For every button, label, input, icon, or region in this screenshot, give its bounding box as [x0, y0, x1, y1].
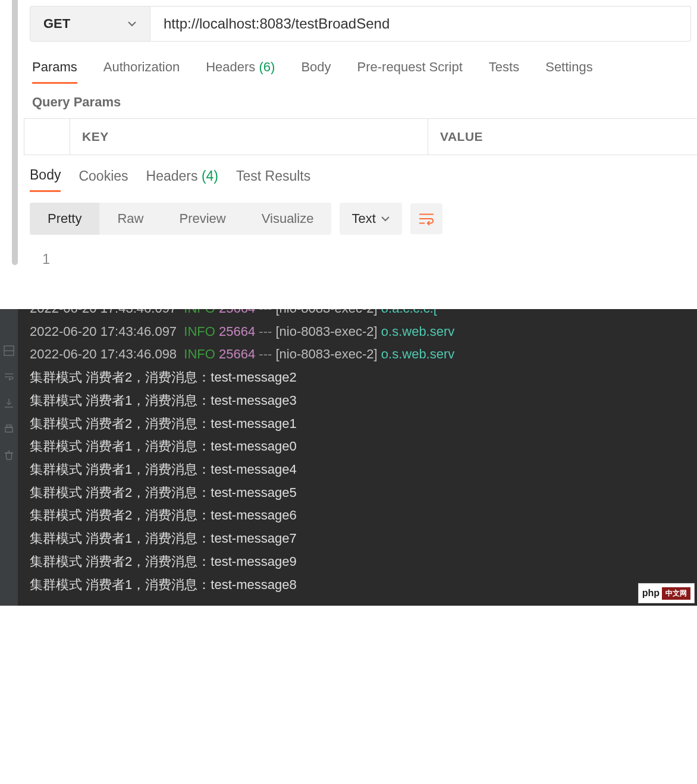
headers-count: (6) [259, 59, 275, 74]
log-line: 集群模式 消费者2，消费消息：test-message2 [30, 366, 697, 389]
view-preview[interactable]: Preview [161, 203, 243, 235]
url-input[interactable]: http://localhost:8083/testBroadSend [150, 6, 691, 42]
body-line: 1 [32, 251, 689, 267]
checkbox-column[interactable] [24, 119, 70, 155]
resp-tab-body[interactable]: Body [30, 167, 61, 192]
resp-tab-testresults[interactable]: Test Results [236, 168, 310, 191]
log-line: 集群模式 消费者1，消费消息：test-message0 [30, 435, 697, 458]
resp-headers-count: (4) [202, 168, 218, 184]
wrap-icon [419, 212, 434, 226]
log-line: 集群模式 消费者2，消费消息：test-message1 [30, 413, 697, 436]
request-bar: GET http://localhost:8083/testBroadSend [30, 6, 691, 42]
log-line: 集群模式 消费者1，消费消息：test-message8 [30, 574, 697, 597]
badge-php: php [642, 585, 660, 602]
query-params-label: Query Params [24, 84, 697, 118]
tab-params[interactable]: Params [32, 59, 77, 84]
chevron-down-icon [127, 19, 137, 29]
tab-headers[interactable]: Headers (6) [206, 59, 275, 84]
log-line: 2022-06-20 17:43:46.098 INFO 25664 --- [… [30, 343, 697, 366]
resp-headers-label: Headers [146, 168, 198, 184]
tab-prerequest[interactable]: Pre-request Script [357, 59, 463, 84]
log-line: 集群模式 消费者1，消费消息：test-message3 [30, 389, 697, 413]
console-gutter [0, 309, 18, 606]
resp-tab-cookies[interactable]: Cookies [79, 168, 128, 191]
tab-body[interactable]: Body [301, 59, 331, 84]
view-segmented: Pretty Raw Preview Visualize [30, 203, 331, 235]
badge-cn: 中文网 [662, 587, 690, 600]
response-tabs: Body Cookies Headers (4) Test Results [24, 155, 697, 192]
method-select[interactable]: GET [30, 6, 150, 42]
log-line-partial: 2022-06-20 17:43:46.097 INFO 25664 --- [… [30, 309, 697, 320]
log-line: 集群模式 消费者2，消费消息：test-message5 [30, 481, 697, 505]
view-controls: Pretty Raw Preview Visualize Text [24, 192, 697, 245]
tab-settings[interactable]: Settings [545, 59, 593, 84]
postman-panel: http://localhost:8083/testBroadSend GET … [0, 0, 697, 309]
source-badge: php 中文网 [638, 583, 695, 603]
tab-tests[interactable]: Tests [489, 59, 519, 84]
console-panel: 2022-06-20 17:43:46.097 INFO 25664 --- [… [0, 309, 697, 606]
tab-headers-label: Headers [206, 59, 255, 74]
tab-authorization[interactable]: Authorization [103, 59, 180, 84]
wrap-lines-button[interactable] [410, 203, 442, 234]
method-label: GET [43, 16, 70, 32]
resp-tab-headers[interactable]: Headers (4) [146, 168, 218, 191]
view-raw[interactable]: Raw [99, 203, 161, 235]
soft-wrap-icon[interactable] [3, 371, 15, 383]
download-icon[interactable] [3, 397, 15, 409]
view-pretty[interactable]: Pretty [30, 203, 99, 235]
log-line: 集群模式 消费者2，消费消息：test-message6 [30, 504, 697, 527]
svg-rect-2 [5, 427, 12, 432]
log-line: 集群模式 消费者1，消费消息：test-message7 [30, 527, 697, 550]
key-header: KEY [70, 119, 428, 155]
response-body[interactable]: 1 [24, 245, 697, 309]
line-number: 1 [32, 251, 68, 267]
value-header: VALUE [428, 119, 697, 155]
log-line: 集群模式 消费者1，消费消息：test-message4 [30, 458, 697, 481]
svg-rect-3 [7, 425, 11, 427]
log-line: 2022-06-20 17:43:46.097 INFO 25664 --- [… [30, 320, 697, 344]
chevron-down-icon [381, 214, 390, 223]
format-select[interactable]: Text [340, 203, 401, 235]
params-table: KEY VALUE [24, 118, 697, 155]
request-tabs: Params Authorization Headers (6) Body Pr… [24, 42, 697, 84]
layout-icon[interactable] [3, 345, 15, 357]
trash-icon[interactable] [3, 449, 15, 461]
format-label: Text [351, 211, 375, 226]
log-line: 集群模式 消费者2，消费消息：test-message9 [30, 550, 697, 574]
view-visualize[interactable]: Visualize [244, 203, 332, 235]
print-icon[interactable] [3, 423, 15, 435]
scrollbar[interactable] [12, 0, 18, 265]
